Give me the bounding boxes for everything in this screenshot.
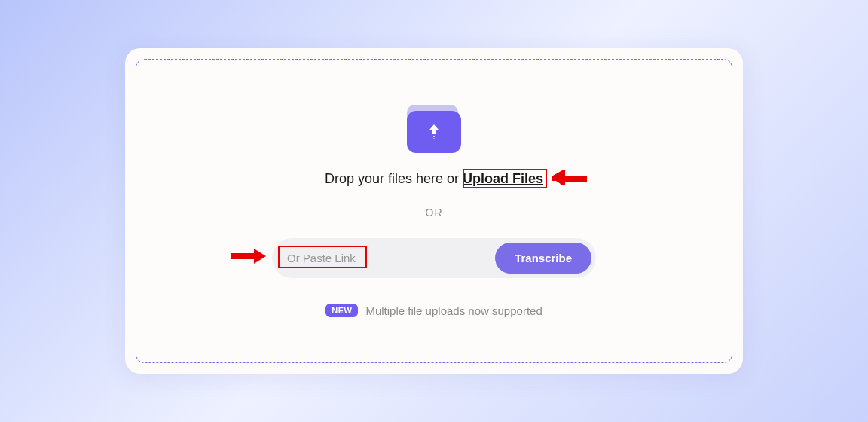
footer-row: NEW Multiple file uploads now supported xyxy=(326,304,542,317)
annotation-arrow-upload xyxy=(552,170,587,188)
svg-rect-3 xyxy=(231,253,255,259)
or-divider: OR xyxy=(370,206,499,219)
annotation-arrow-input xyxy=(231,247,266,265)
divider-line-left xyxy=(370,213,414,213)
new-badge: NEW xyxy=(326,304,358,317)
upload-folder-icon xyxy=(407,105,461,153)
arrow-up-icon xyxy=(426,123,442,141)
drop-prompt-text: Drop your files here or xyxy=(325,171,463,186)
link-input-row: Transcribe xyxy=(272,238,596,278)
svg-point-0 xyxy=(433,136,435,137)
upload-files-link[interactable]: Upload Files xyxy=(463,171,543,186)
or-label: OR xyxy=(426,206,443,219)
upload-card: Drop your files here or Upload Files OR … xyxy=(125,48,743,374)
transcribe-button[interactable]: Transcribe xyxy=(495,243,591,274)
footer-message: Multiple file uploads now supported xyxy=(365,304,542,317)
paste-link-input[interactable] xyxy=(277,244,495,272)
drop-prompt: Drop your files here or Upload Files xyxy=(325,171,543,187)
svg-point-1 xyxy=(433,138,435,139)
dropzone[interactable]: Drop your files here or Upload Files OR … xyxy=(136,59,732,363)
divider-line-right xyxy=(455,213,499,213)
